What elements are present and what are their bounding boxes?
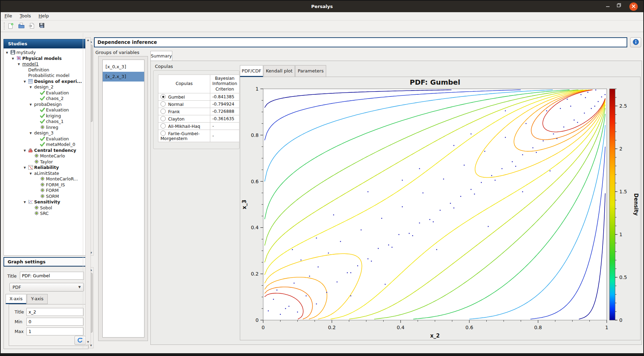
tree-item-sensitivity[interactable]: ▼Sensitivity	[4, 199, 88, 205]
tree-item-designs-of-experi-[interactable]: ▼Designs of experi...	[4, 79, 88, 85]
tree-item-evaluation[interactable]: Evaluation	[4, 107, 88, 113]
scroll-down-icon[interactable]: ▼	[86, 341, 91, 343]
svg-text:1.5: 1.5	[619, 189, 627, 194]
copula-row-gumbel: Gumbel-0.841385	[158, 93, 239, 101]
tree-item-form[interactable]: FORM	[4, 188, 88, 194]
save-button[interactable]	[39, 23, 47, 30]
axis-min-input[interactable]	[26, 318, 84, 326]
copulas-col-header: Copulas	[158, 75, 210, 93]
tree-item-montecarlo[interactable]: MonteCarlo	[4, 153, 88, 159]
tree-item-alimitstate[interactable]: ▼aLimitState	[4, 171, 88, 177]
floppy-icon	[10, 50, 16, 56]
tree-item-form-is[interactable]: FORM_IS	[4, 182, 88, 188]
tree-item-central-tendency[interactable]: ▼Central tendency	[4, 148, 88, 154]
restore-icon	[616, 3, 621, 8]
export-python-button[interactable]	[29, 23, 36, 30]
tree-item-sorm[interactable]: SORM	[4, 194, 88, 200]
info-button[interactable]	[630, 37, 641, 47]
scatter-icon	[28, 200, 34, 206]
tab-parameters[interactable]: Parameters	[295, 65, 326, 77]
menu-bar: FileToolsHelp	[1, 12, 643, 21]
menu-help[interactable]: Help	[35, 12, 53, 18]
minimize-button[interactable]	[604, 2, 612, 11]
dock-splitter[interactable]	[83, 33, 83, 348]
expander-icon[interactable]: ▼	[30, 131, 34, 137]
toolbar-handle[interactable]	[4, 22, 6, 30]
copula-row-farlie-gumbel-morgenstern: Farlie-Gumbel-Morgenstern-	[158, 130, 239, 142]
expander-icon[interactable]: ▼	[24, 148, 28, 154]
tree-item-kriging[interactable]: kriging	[4, 113, 88, 119]
expander-icon[interactable]: ▼	[18, 62, 22, 68]
title-bar[interactable]: Persalys	[1, 1, 643, 12]
expander-icon[interactable]: ▼	[30, 102, 34, 108]
svg-text:1: 1	[619, 232, 622, 237]
tree-item-design-2[interactable]: ▼design_2	[4, 84, 88, 90]
new-study-icon	[8, 23, 14, 29]
expander-icon[interactable]: ▼	[24, 165, 28, 171]
export-python-icon	[29, 23, 34, 29]
tree-item-probadesign[interactable]: ▼probaDesign	[4, 102, 88, 108]
tree-item-mystudy[interactable]: ▼myStudy	[4, 50, 88, 56]
main-scrollbar[interactable]: ▲ ▼	[85, 37, 91, 345]
svg-text:1: 1	[605, 325, 608, 330]
studies-panel-header: Studies	[3, 39, 88, 48]
refresh-button[interactable]	[74, 336, 86, 345]
scroll-up-icon[interactable]: ▲	[86, 39, 91, 41]
svg-text:x_3: x_3	[241, 200, 248, 209]
axis-max-input[interactable]	[26, 327, 84, 335]
tab-kendall-plot[interactable]: Kendall plot	[264, 65, 295, 77]
menu-tools[interactable]: Tools	[16, 12, 35, 18]
expander-icon[interactable]: ▼	[6, 50, 10, 56]
tab-y-axis[interactable]: Y-axis	[27, 294, 48, 304]
svg-text:x_2: x_2	[430, 333, 440, 339]
tree-item-linreg[interactable]: linreg	[4, 125, 88, 131]
tree-item-model1[interactable]: ▼model1	[4, 61, 88, 67]
tree-item-taylor[interactable]: Taylor	[4, 159, 88, 165]
radio-clayton[interactable]	[160, 116, 166, 121]
info-icon	[633, 39, 639, 45]
tree-item-reliability[interactable]: ▼G=0Reliability	[4, 165, 88, 171]
tree-item-label: kriging	[46, 113, 61, 118]
expander-icon[interactable]: ▼	[30, 171, 34, 177]
axis-title-input[interactable]	[26, 308, 84, 316]
graph-title-input[interactable]	[20, 272, 84, 280]
radio-gumbel[interactable]	[160, 94, 166, 99]
tree-item-montecarlor-[interactable]: MonteCarloR...	[4, 176, 88, 182]
menu-file[interactable]: File	[1, 12, 16, 18]
tab-pdf-cdf[interactable]: PDF/CDF	[240, 65, 263, 77]
new-study-button[interactable]	[8, 23, 15, 30]
open-study-button[interactable]	[18, 23, 26, 30]
tree-item-label: Taylor	[40, 159, 53, 164]
radio-ali-mikhail-haq[interactable]	[160, 123, 166, 129]
svg-text:0: 0	[619, 317, 622, 323]
tree-item-evaluation[interactable]: Evaluation	[4, 90, 88, 96]
expander-icon[interactable]: ▼	[24, 200, 28, 206]
tab-x-axis[interactable]: X-axis	[6, 294, 26, 304]
expander-icon[interactable]: ▼	[30, 85, 34, 91]
svg-text:Density: Density	[633, 193, 639, 216]
bic-col-header: Bayesian Information Criterion	[210, 75, 239, 93]
group-item-x_2x_3[interactable]: [x_2,x_3]	[103, 72, 144, 82]
radio-farlie-gumbel-morgenstern[interactable]	[160, 131, 166, 136]
radio-normal[interactable]	[160, 101, 166, 107]
expander-icon[interactable]: ▼	[12, 56, 16, 62]
tree-item-probabilistic-model[interactable]: Probabilistic model	[4, 73, 88, 79]
group-item-x_0x_3[interactable]: [x_0,x_3]	[103, 62, 144, 72]
tree-item-definition[interactable]: Definition	[4, 67, 88, 73]
radio-frank[interactable]	[160, 109, 166, 114]
tree-item-metamodel-0[interactable]: metaModel_0	[4, 142, 88, 148]
tree-item-evaluation[interactable]: Evaluation	[4, 136, 88, 142]
expander-icon[interactable]: ▼	[24, 79, 28, 85]
plot-type-select[interactable]: PDF ▼	[9, 283, 84, 292]
tree-item-sobol[interactable]: Sobol	[4, 205, 88, 211]
tree-item-src[interactable]: SRC	[4, 211, 88, 217]
tree-item-physical-models[interactable]: ▼Physical models	[4, 56, 88, 62]
restore-button[interactable]	[615, 2, 623, 11]
tree-item-chaos-2[interactable]: chaos_2	[4, 96, 88, 102]
close-button[interactable]	[629, 2, 638, 11]
tree-item-label: chaos_2	[46, 96, 64, 101]
tree-item-chaos-1[interactable]: chaos_1	[4, 119, 88, 125]
tree-item-design-3[interactable]: ▼design_3	[4, 130, 88, 136]
svg-text:1: 1	[256, 86, 259, 92]
tab-summary[interactable]: Summary	[150, 51, 172, 62]
